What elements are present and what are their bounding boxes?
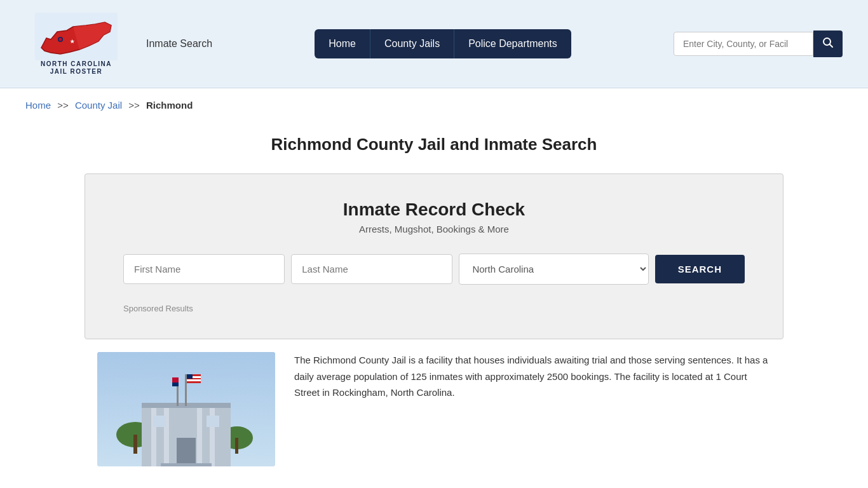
breadcrumb: Home >> County Jail >> Richmond	[0, 88, 868, 122]
search-icon	[822, 37, 834, 48]
search-card-title: Inmate Record Check	[123, 200, 745, 220]
header-search-button[interactable]	[813, 30, 843, 57]
inmate-search-form: AlabamaAlaskaArizonaArkansasCaliforniaCo…	[123, 254, 745, 285]
header-search-input[interactable]	[674, 32, 813, 56]
svg-rect-17	[177, 438, 196, 466]
svg-rect-10	[235, 438, 238, 454]
logo-text: NORTH CAROLINA JAIL ROSTER	[41, 60, 112, 75]
svg-line-5	[830, 44, 833, 48]
site-header: ★ NORTH CAROLINA JAIL ROSTER Inmate Sear…	[0, 0, 868, 88]
breadcrumb-home[interactable]: Home	[25, 100, 51, 111]
description-text: The Richmond County Jail is a facility t…	[294, 352, 771, 401]
search-card-subtitle: Arrests, Mugshot, Bookings & More	[123, 224, 745, 234]
logo-area: ★ NORTH CAROLINA JAIL ROSTER	[25, 13, 127, 75]
main-nav: Home County Jails Police Departments	[231, 29, 654, 58]
last-name-input[interactable]	[291, 254, 452, 284]
breadcrumb-separator-1: >>	[57, 100, 69, 111]
svg-rect-18	[153, 416, 166, 427]
breadcrumb-current: Richmond	[146, 100, 193, 111]
header-search-area	[674, 30, 843, 57]
svg-text:★: ★	[70, 39, 75, 44]
state-select[interactable]: AlabamaAlaskaArizonaArkansasCaliforniaCo…	[459, 254, 648, 285]
inmate-search-label: Inmate Search	[146, 38, 212, 50]
site-logo: ★	[35, 13, 118, 57]
sponsored-label: Sponsored Results	[123, 304, 745, 313]
nav-police-departments[interactable]: Police Departments	[454, 29, 571, 58]
facility-illustration	[97, 352, 275, 466]
page-title: Richmond County Jail and Inmate Search	[0, 122, 868, 161]
breadcrumb-county-jail[interactable]: County Jail	[75, 100, 122, 111]
svg-rect-9	[133, 435, 137, 454]
breadcrumb-separator-2: >>	[128, 100, 140, 111]
svg-rect-24	[187, 379, 201, 381]
facility-image	[97, 352, 275, 466]
svg-rect-15	[197, 408, 202, 466]
svg-rect-25	[187, 374, 193, 379]
svg-rect-20	[161, 463, 212, 466]
inmate-search-button[interactable]: SEARCH	[655, 255, 745, 283]
svg-rect-28	[172, 383, 179, 386]
description-section: The Richmond County Jail is a facility t…	[85, 352, 783, 466]
nav-home[interactable]: Home	[315, 29, 370, 58]
first-name-input[interactable]	[123, 254, 285, 284]
nav-county-jails[interactable]: County Jails	[370, 29, 454, 58]
svg-rect-21	[185, 374, 187, 406]
search-card: Inmate Record Check Arrests, Mugshot, Bo…	[85, 173, 783, 339]
svg-rect-19	[207, 416, 219, 427]
svg-point-2	[59, 38, 62, 41]
